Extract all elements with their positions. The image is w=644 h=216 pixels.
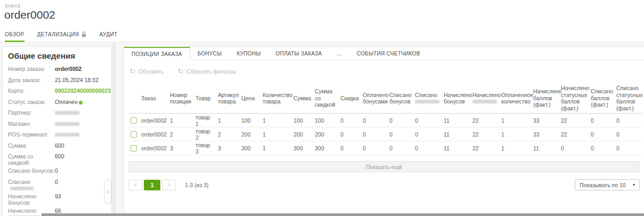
table-cell: 0 (338, 127, 361, 141)
reset-filters-button-label: Сбросить фильтры (186, 68, 236, 75)
refresh-button[interactable]: ↻ Обновить (129, 68, 164, 75)
column-header[interactable]: Списано бонусов (387, 83, 413, 114)
table-cell: 0 (614, 114, 642, 127)
table-row: order00022товар 222001200200000011221332… (128, 127, 642, 141)
table-cell-link[interactable]: товар 3 (193, 141, 216, 155)
info-value (55, 131, 106, 141)
table-cell: 0 (361, 141, 387, 155)
column-header[interactable]: Сумма со скидкой (313, 83, 338, 114)
column-header[interactable]: Количество товара (260, 83, 291, 114)
table-cell-link[interactable]: 1 (168, 114, 193, 127)
info-value-text: 66 (55, 207, 61, 214)
column-header[interactable]: Начислено (470, 83, 499, 114)
column-header[interactable]: Оплачено бонусами (361, 83, 387, 114)
status-dot (79, 101, 83, 105)
column-header[interactable]: Списано баллов (факт.) (589, 83, 614, 114)
row-checkbox[interactable] (131, 145, 137, 151)
table-cell-link[interactable]: товар 2 (193, 127, 216, 141)
panel-tab-5[interactable]: СОБЫТИЯ СЧЕТЧИКОВ (349, 47, 428, 60)
table-row: order00021товар 111001100100000011221332… (128, 114, 642, 127)
table-cell-link[interactable]: order0002 (139, 141, 168, 155)
panel-tab-label: КУПОНЫ (237, 51, 260, 57)
table-cell: 200 (313, 127, 338, 141)
column-header[interactable]: Скидка (338, 83, 361, 114)
table-cell-link[interactable]: order0002 (139, 127, 168, 141)
page-title: order0002 (4, 9, 55, 21)
panel-tab-2[interactable]: КУПОНЫ (229, 47, 268, 60)
column-header[interactable]: Заказ (139, 83, 168, 114)
table-cell: 300 (313, 141, 338, 155)
info-row: POS-терминал: (8, 130, 106, 141)
panel-splitter (112, 43, 116, 216)
page-tab-детализация[interactable]: ДЕТАЛИЗАЦИЯ (37, 31, 87, 42)
table-cell: 11 (442, 114, 470, 127)
next-page-button[interactable]: > (162, 180, 176, 190)
table-cell: 0 (361, 114, 387, 127)
table-cell: 0 (589, 127, 614, 141)
info-label: Дата заказа: (8, 77, 55, 86)
horizontal-scrollbar-thumb[interactable] (42, 213, 644, 216)
table-row: order00023товар 333001300300000011221110… (128, 141, 642, 155)
table-cell: 0 (413, 127, 442, 141)
column-header[interactable]: Цена (239, 83, 260, 114)
table-cell: 0 (413, 114, 442, 127)
column-header-label: Оплачено бонусами (363, 92, 389, 105)
collapse-panel-handle[interactable]: ‹ (104, 179, 111, 204)
table-cell: 1 (260, 141, 291, 155)
redacted-text (55, 111, 79, 115)
info-label: Карта: (8, 87, 55, 97)
column-header[interactable]: Списано (413, 83, 442, 114)
panel-tab-4[interactable]: ... (329, 47, 349, 60)
panel-tab-3[interactable]: ОПЛАТЫ ЗАКАЗА (268, 47, 330, 60)
table-cell-link[interactable]: 3 (168, 141, 193, 155)
table-cell: 1 (499, 114, 531, 127)
table-cell-link[interactable]: товар 1 (193, 114, 216, 127)
column-header[interactable]: Товар (193, 83, 216, 114)
info-value (55, 109, 106, 119)
column-header[interactable]: Начислено статусных баллов (факт.) (559, 83, 589, 114)
info-value[interactable]: 090220240000000023 (55, 87, 111, 97)
panel-tab-1[interactable]: БОНУСЫ (190, 47, 230, 60)
column-header[interactable]: Начислено бонусов (442, 83, 470, 114)
column-header-label: Количество товара (263, 92, 292, 105)
column-header-label: Скидка (340, 95, 359, 101)
info-label-text: Списано (8, 179, 30, 185)
panel-tab-label: ПОЗИЦИИ ЗАКАЗА (132, 51, 182, 57)
table-cell: 100 (291, 114, 313, 127)
info-label-text: POS-терминал: (8, 131, 48, 138)
info-label: POS-терминал: (8, 131, 55, 141)
page-tab-аудит[interactable]: АУДИТ (99, 31, 117, 42)
table-cell-link[interactable]: 2 (168, 127, 193, 141)
panel-tab-0[interactable]: ПОЗИЦИИ ЗАКАЗА (124, 47, 190, 60)
redacted-line (472, 98, 497, 105)
info-value-text: 0 (55, 167, 58, 174)
refresh-button-label: Обновить (138, 68, 164, 75)
column-header[interactable]: Оплаченное количество (499, 83, 531, 114)
column-header-label: Начислено бонусов (444, 92, 472, 105)
current-page-button[interactable]: 1 (144, 180, 160, 190)
column-header[interactable]: Номер позиции (168, 83, 193, 114)
table-cell: 0 (338, 114, 361, 127)
row-checkbox[interactable] (131, 117, 137, 124)
info-label-text: Сумма: (8, 142, 27, 149)
info-row: Партнер: (8, 108, 106, 119)
show-more-button[interactable]: Показать ещё (128, 161, 640, 172)
column-header-label: Сумма со скидкой (315, 88, 335, 108)
prev-page-button[interactable]: < (128, 180, 142, 190)
table-cell-link[interactable]: order0002 (139, 114, 168, 127)
info-value: order0002 (55, 66, 106, 75)
page-tab-обзор[interactable]: ОБЗОР (5, 31, 25, 42)
info-value: 600 (55, 153, 106, 166)
info-label: Списано бонусов: (8, 167, 55, 177)
info-value-text: 0 (55, 179, 58, 185)
page-size-dropdown[interactable]: Показывать по 10 ▾ (575, 179, 640, 190)
row-checkbox[interactable] (131, 131, 137, 138)
column-header[interactable]: Артикул товара (216, 83, 239, 114)
column-header-label: Артикул товара (218, 92, 239, 105)
page-tab-label: АУДИТ (99, 31, 117, 37)
column-header[interactable]: Начислено баллов (факт.) (531, 83, 559, 114)
column-header[interactable]: Сумма (291, 83, 313, 114)
positions-table: ЗаказНомер позицииТоварАртикул товараЦен… (128, 83, 642, 155)
column-header[interactable]: Списано статусных баллов (факт.) (614, 83, 642, 114)
reset-filters-button[interactable]: ↻ Сбросить фильтры (177, 68, 236, 75)
